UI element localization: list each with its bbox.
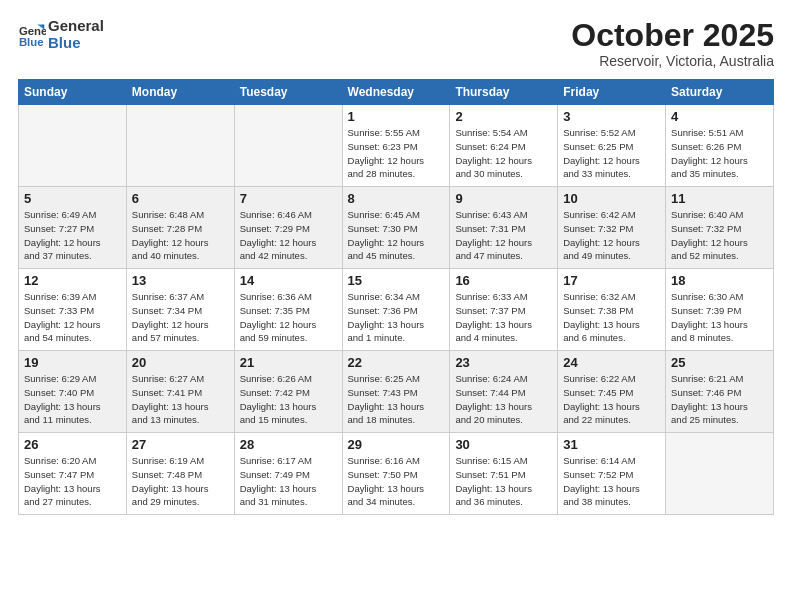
day-number: 5: [24, 191, 121, 206]
day-number: 22: [348, 355, 445, 370]
day-info: Sunrise: 6:19 AM Sunset: 7:48 PM Dayligh…: [132, 454, 229, 509]
logo-general: General: [48, 17, 104, 34]
day-number: 21: [240, 355, 337, 370]
calendar-cell: 18Sunrise: 6:30 AM Sunset: 7:39 PM Dayli…: [666, 269, 774, 351]
day-number: 7: [240, 191, 337, 206]
calendar-cell: 14Sunrise: 6:36 AM Sunset: 7:35 PM Dayli…: [234, 269, 342, 351]
col-sunday: Sunday: [19, 80, 127, 105]
day-info: Sunrise: 6:29 AM Sunset: 7:40 PM Dayligh…: [24, 372, 121, 427]
calendar-cell: 5Sunrise: 6:49 AM Sunset: 7:27 PM Daylig…: [19, 187, 127, 269]
title-block: October 2025 Reservoir, Victoria, Austra…: [571, 18, 774, 69]
day-number: 6: [132, 191, 229, 206]
day-info: Sunrise: 6:25 AM Sunset: 7:43 PM Dayligh…: [348, 372, 445, 427]
day-info: Sunrise: 6:21 AM Sunset: 7:46 PM Dayligh…: [671, 372, 768, 427]
logo: General Blue General Blue: [18, 18, 104, 51]
calendar-week-row: 5Sunrise: 6:49 AM Sunset: 7:27 PM Daylig…: [19, 187, 774, 269]
day-number: 16: [455, 273, 552, 288]
header: General Blue General Blue October 2025 R…: [18, 18, 774, 69]
day-info: Sunrise: 6:43 AM Sunset: 7:31 PM Dayligh…: [455, 208, 552, 263]
calendar-cell: 22Sunrise: 6:25 AM Sunset: 7:43 PM Dayli…: [342, 351, 450, 433]
logo-blue: Blue: [48, 34, 81, 51]
calendar-cell: 13Sunrise: 6:37 AM Sunset: 7:34 PM Dayli…: [126, 269, 234, 351]
calendar-cell: 27Sunrise: 6:19 AM Sunset: 7:48 PM Dayli…: [126, 433, 234, 515]
day-number: 15: [348, 273, 445, 288]
day-number: 23: [455, 355, 552, 370]
col-thursday: Thursday: [450, 80, 558, 105]
day-info: Sunrise: 6:17 AM Sunset: 7:49 PM Dayligh…: [240, 454, 337, 509]
day-number: 8: [348, 191, 445, 206]
day-info: Sunrise: 6:39 AM Sunset: 7:33 PM Dayligh…: [24, 290, 121, 345]
calendar-cell: 4Sunrise: 5:51 AM Sunset: 6:26 PM Daylig…: [666, 105, 774, 187]
day-number: 9: [455, 191, 552, 206]
calendar-cell: 12Sunrise: 6:39 AM Sunset: 7:33 PM Dayli…: [19, 269, 127, 351]
day-info: Sunrise: 6:49 AM Sunset: 7:27 PM Dayligh…: [24, 208, 121, 263]
day-info: Sunrise: 6:46 AM Sunset: 7:29 PM Dayligh…: [240, 208, 337, 263]
svg-text:Blue: Blue: [19, 35, 44, 47]
calendar-cell: [234, 105, 342, 187]
calendar-cell: 1Sunrise: 5:55 AM Sunset: 6:23 PM Daylig…: [342, 105, 450, 187]
day-number: 13: [132, 273, 229, 288]
day-info: Sunrise: 5:52 AM Sunset: 6:25 PM Dayligh…: [563, 126, 660, 181]
calendar-week-row: 12Sunrise: 6:39 AM Sunset: 7:33 PM Dayli…: [19, 269, 774, 351]
day-info: Sunrise: 6:27 AM Sunset: 7:41 PM Dayligh…: [132, 372, 229, 427]
day-number: 26: [24, 437, 121, 452]
calendar-week-row: 19Sunrise: 6:29 AM Sunset: 7:40 PM Dayli…: [19, 351, 774, 433]
calendar-cell: [19, 105, 127, 187]
col-saturday: Saturday: [666, 80, 774, 105]
day-info: Sunrise: 6:14 AM Sunset: 7:52 PM Dayligh…: [563, 454, 660, 509]
day-number: 10: [563, 191, 660, 206]
day-info: Sunrise: 6:32 AM Sunset: 7:38 PM Dayligh…: [563, 290, 660, 345]
calendar-cell: 20Sunrise: 6:27 AM Sunset: 7:41 PM Dayli…: [126, 351, 234, 433]
calendar-cell: 8Sunrise: 6:45 AM Sunset: 7:30 PM Daylig…: [342, 187, 450, 269]
calendar-cell: [126, 105, 234, 187]
calendar-cell: 15Sunrise: 6:34 AM Sunset: 7:36 PM Dayli…: [342, 269, 450, 351]
calendar-cell: 7Sunrise: 6:46 AM Sunset: 7:29 PM Daylig…: [234, 187, 342, 269]
calendar-cell: 6Sunrise: 6:48 AM Sunset: 7:28 PM Daylig…: [126, 187, 234, 269]
day-info: Sunrise: 6:26 AM Sunset: 7:42 PM Dayligh…: [240, 372, 337, 427]
day-number: 31: [563, 437, 660, 452]
day-number: 29: [348, 437, 445, 452]
calendar-week-row: 1Sunrise: 5:55 AM Sunset: 6:23 PM Daylig…: [19, 105, 774, 187]
calendar-cell: 2Sunrise: 5:54 AM Sunset: 6:24 PM Daylig…: [450, 105, 558, 187]
day-info: Sunrise: 5:51 AM Sunset: 6:26 PM Dayligh…: [671, 126, 768, 181]
calendar-cell: [666, 433, 774, 515]
day-number: 24: [563, 355, 660, 370]
calendar-cell: 30Sunrise: 6:15 AM Sunset: 7:51 PM Dayli…: [450, 433, 558, 515]
day-number: 28: [240, 437, 337, 452]
day-number: 11: [671, 191, 768, 206]
calendar-cell: 25Sunrise: 6:21 AM Sunset: 7:46 PM Dayli…: [666, 351, 774, 433]
day-info: Sunrise: 6:15 AM Sunset: 7:51 PM Dayligh…: [455, 454, 552, 509]
day-info: Sunrise: 6:30 AM Sunset: 7:39 PM Dayligh…: [671, 290, 768, 345]
day-number: 1: [348, 109, 445, 124]
day-number: 20: [132, 355, 229, 370]
day-info: Sunrise: 5:54 AM Sunset: 6:24 PM Dayligh…: [455, 126, 552, 181]
calendar-cell: 23Sunrise: 6:24 AM Sunset: 7:44 PM Dayli…: [450, 351, 558, 433]
calendar-cell: 11Sunrise: 6:40 AM Sunset: 7:32 PM Dayli…: [666, 187, 774, 269]
location-subtitle: Reservoir, Victoria, Australia: [571, 53, 774, 69]
month-title: October 2025: [571, 18, 774, 53]
col-monday: Monday: [126, 80, 234, 105]
logo-icon: General Blue: [18, 21, 46, 49]
calendar-cell: 9Sunrise: 6:43 AM Sunset: 7:31 PM Daylig…: [450, 187, 558, 269]
day-info: Sunrise: 6:48 AM Sunset: 7:28 PM Dayligh…: [132, 208, 229, 263]
day-info: Sunrise: 5:55 AM Sunset: 6:23 PM Dayligh…: [348, 126, 445, 181]
day-number: 27: [132, 437, 229, 452]
calendar-cell: 31Sunrise: 6:14 AM Sunset: 7:52 PM Dayli…: [558, 433, 666, 515]
calendar-header-row: Sunday Monday Tuesday Wednesday Thursday…: [19, 80, 774, 105]
day-number: 3: [563, 109, 660, 124]
day-number: 18: [671, 273, 768, 288]
day-info: Sunrise: 6:45 AM Sunset: 7:30 PM Dayligh…: [348, 208, 445, 263]
day-info: Sunrise: 6:42 AM Sunset: 7:32 PM Dayligh…: [563, 208, 660, 263]
day-info: Sunrise: 6:34 AM Sunset: 7:36 PM Dayligh…: [348, 290, 445, 345]
col-friday: Friday: [558, 80, 666, 105]
calendar-cell: 26Sunrise: 6:20 AM Sunset: 7:47 PM Dayli…: [19, 433, 127, 515]
day-info: Sunrise: 6:33 AM Sunset: 7:37 PM Dayligh…: [455, 290, 552, 345]
calendar-cell: 17Sunrise: 6:32 AM Sunset: 7:38 PM Dayli…: [558, 269, 666, 351]
calendar-cell: 3Sunrise: 5:52 AM Sunset: 6:25 PM Daylig…: [558, 105, 666, 187]
calendar-cell: 24Sunrise: 6:22 AM Sunset: 7:45 PM Dayli…: [558, 351, 666, 433]
day-number: 4: [671, 109, 768, 124]
col-wednesday: Wednesday: [342, 80, 450, 105]
day-number: 14: [240, 273, 337, 288]
calendar-cell: 29Sunrise: 6:16 AM Sunset: 7:50 PM Dayli…: [342, 433, 450, 515]
calendar-table: Sunday Monday Tuesday Wednesday Thursday…: [18, 79, 774, 515]
